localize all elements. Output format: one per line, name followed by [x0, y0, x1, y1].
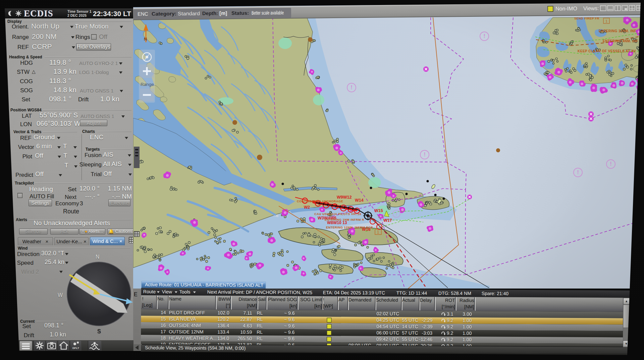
svg-text:Depth:: Depth: — [202, 10, 218, 16]
svg-text:Non-IMO: Non-IMO — [555, 6, 577, 12]
svg-text:Views:: Views: — [583, 5, 599, 11]
svg-text:!: ! — [424, 151, 426, 158]
svg-text:DFLT: DFLT — [72, 347, 79, 350]
svg-text:W17: W17 — [383, 218, 392, 223]
svg-text:N: N — [144, 37, 147, 42]
svg-text:1: 1 — [377, 230, 379, 235]
svg-text:1: 1 — [605, 19, 607, 23]
svg-text:!: ! — [577, 169, 579, 175]
svg-text:ENTERING 12NM. INF: ENTERING 12NM. INF — [599, 29, 636, 33]
svg-text:!: ! — [351, 84, 353, 91]
svg-text:Standard: Standard — [178, 10, 200, 16]
svg-text:ENTERING 1NM INFRM R: ENTERING 1NM INFRM R — [325, 218, 364, 221]
svg-text:ENTERING 12NM. INFRM ECR: ENTERING 12NM. INFRM ECR — [326, 226, 373, 229]
svg-text:Status:: Status: — [231, 10, 249, 16]
svg-text:[m]: [m] — [219, 10, 227, 16]
svg-text:KEEP CLEAR OF VESSELS AT AV: KEEP CLEAR OF VESSELS AT AV — [578, 49, 636, 53]
svg-text:CONTINGENCY ANCHORAGE: CONTINGENCY ANCHORAGE — [297, 200, 343, 203]
svg-text:CAU USHUAIA PILOTS VH..16: CAU USHUAIA PILOTS VH..16 — [314, 212, 361, 216]
svg-text:W15: W15 — [374, 208, 383, 213]
svg-text:Better scale available: Better scale available — [252, 10, 284, 16]
svg-text:Category:: Category: — [152, 11, 176, 17]
svg-text:ENC: ENC — [138, 11, 148, 17]
svg-text:Range: Range — [141, 82, 154, 87]
svg-text:!: ! — [396, 211, 397, 216]
svg-text:ENTERING 4NM. INF: ENTERING 4NM. INF — [603, 39, 638, 43]
svg-text:!: ! — [483, 33, 485, 39]
svg-text:SEND FIREP FR: SEND FIREP FR — [574, 17, 599, 20]
svg-text:W2: W2 — [304, 205, 310, 210]
svg-text:W14: W14 — [355, 198, 364, 203]
svg-text:!: ! — [355, 177, 357, 183]
svg-text:W9W12: W9W12 — [337, 195, 352, 200]
svg-text:!: ! — [610, 161, 612, 167]
